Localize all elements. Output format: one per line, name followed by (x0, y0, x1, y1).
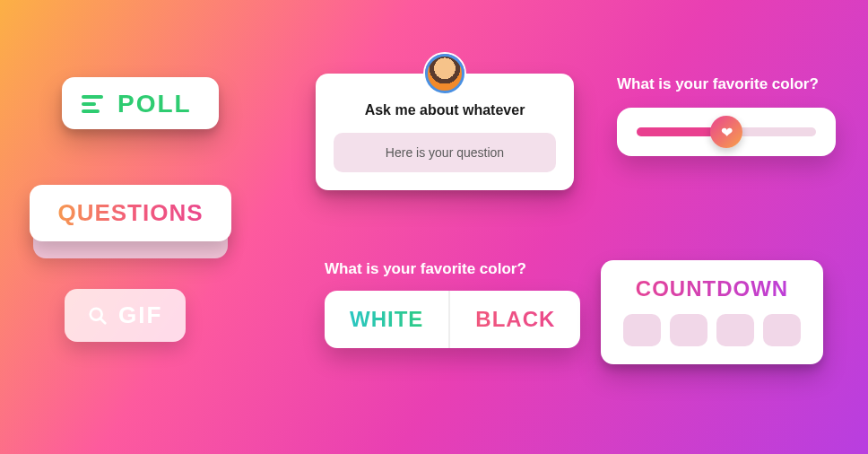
poll-option-a[interactable]: WHITE (325, 291, 450, 348)
gif-label: GIF (118, 301, 162, 329)
question-card[interactable]: Ask me about whatever Here is your quest… (316, 74, 574, 190)
countdown-digit-slot (670, 314, 707, 346)
gif-sticker[interactable]: GIF (65, 289, 186, 342)
poll-label: POLL (117, 90, 192, 118)
countdown-digit-slot (763, 314, 801, 346)
slider-track[interactable]: ❤ (637, 127, 816, 136)
slider-sticker: What is your favorite color? ❤ (617, 75, 836, 156)
countdown-sticker[interactable]: COUNTDOWN (601, 260, 823, 364)
countdown-digits (617, 314, 807, 346)
search-icon (88, 306, 108, 326)
poll-sticker[interactable]: POLL (62, 77, 219, 129)
avatar (425, 54, 464, 93)
countdown-label: COUNTDOWN (617, 276, 807, 301)
heart-icon: ❤ (721, 124, 733, 141)
poll-option-b[interactable]: BLACK (450, 291, 580, 348)
countdown-digit-slot (716, 314, 754, 346)
questions-sticker[interactable]: QUESTIONS (30, 185, 231, 241)
svg-line-1 (100, 318, 106, 323)
slider-thumb[interactable]: ❤ (710, 116, 742, 148)
slider-card[interactable]: ❤ (617, 108, 836, 156)
poll-options-sticker: What is your favorite color? WHITE BLACK (325, 260, 580, 348)
question-card-title: Ask me about whatever (334, 102, 556, 118)
countdown-digit-slot (623, 314, 661, 346)
slider-title: What is your favorite color? (617, 75, 836, 93)
question-input[interactable]: Here is your question (334, 133, 556, 172)
questions-label: QUESTIONS (46, 199, 215, 227)
poll-bars-icon (82, 92, 103, 117)
poll-options-card: WHITE BLACK (325, 291, 580, 348)
poll-options-title: What is your favorite color? (325, 260, 580, 278)
